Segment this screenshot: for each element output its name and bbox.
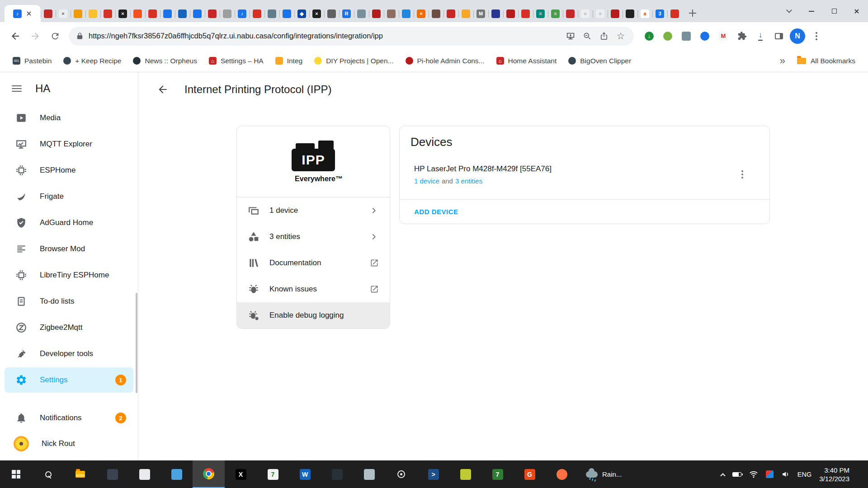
taskbar-app-grid[interactable]	[160, 460, 193, 488]
browser-tab-36[interactable]: ≡	[548, 5, 563, 22]
browser-tab-11[interactable]	[175, 5, 190, 22]
new-tab-button[interactable]	[686, 6, 699, 20]
back-button-ha[interactable]	[152, 79, 174, 100]
window-close-button[interactable]	[845, 0, 868, 22]
address-bar[interactable]: https://ngeh7fksr38567z0a6ffhjcdb5q7qlrz…	[69, 27, 634, 46]
bookmark-keep-recipe[interactable]: + Keep Recipe	[59, 54, 126, 68]
side-panel-icon[interactable]	[772, 29, 786, 43]
taskbar-weather[interactable]: Rain...	[578, 460, 630, 488]
browser-tab-39[interactable]: ○	[593, 5, 608, 22]
sidebar-item-developer-tools[interactable]: Developer tools	[5, 341, 133, 366]
browser-tab-32[interactable]	[488, 5, 503, 22]
blue-extension-icon[interactable]	[698, 29, 712, 43]
taskbar-powershell[interactable]: >	[417, 460, 449, 488]
bookmark-diy-projects[interactable]: DIY Projects | Open...	[310, 54, 398, 68]
taskbar-app-x[interactable]: X	[225, 460, 257, 488]
browser-tab-31[interactable]: M	[473, 5, 488, 22]
browser-tab-16[interactable]	[250, 5, 264, 22]
sidebar-item-libretiny[interactable]: LibreTiny ESPHome	[5, 263, 133, 288]
browser-tab-6[interactable]	[100, 5, 115, 22]
bookmark-pihole[interactable]: Pi-hole Admin Cons...	[401, 54, 489, 68]
integration-debug-logging-row[interactable]: Enable debug logging	[237, 302, 390, 328]
sidebar-item-adguard[interactable]: AdGuard Home	[5, 210, 133, 235]
browser-tab-38[interactable]: ○	[578, 5, 593, 22]
green-extension-icon[interactable]	[660, 29, 675, 43]
browser-tab-34[interactable]	[518, 5, 533, 22]
all-bookmarks-button[interactable]: All Bookmarks	[793, 54, 860, 68]
browser-menu-button[interactable]	[809, 28, 824, 44]
browser-tab-7[interactable]: ×	[115, 5, 130, 22]
menu-icon[interactable]	[12, 85, 22, 92]
sidebar-item-media[interactable]: Media	[5, 105, 133, 131]
browser-tab-25[interactable]	[384, 5, 399, 22]
device-row[interactable]: HP LaserJet Pro M428f-M429f [55EA76] 1 d…	[400, 150, 769, 199]
language-indicator[interactable]: ENG	[797, 471, 811, 478]
browser-tab-12[interactable]	[190, 5, 205, 22]
sidebar-item-user[interactable]: Nick Rout	[5, 431, 133, 456]
window-minimize-button[interactable]	[800, 0, 823, 22]
taskbar-start-button[interactable]	[0, 460, 32, 488]
taskbar-browser-orange[interactable]	[546, 460, 578, 488]
taskbar-app-editor[interactable]	[96, 460, 128, 488]
battery-icon[interactable]	[732, 472, 741, 477]
browser-tab-28[interactable]	[429, 5, 443, 22]
hidden-icons-chevron[interactable]	[720, 473, 725, 478]
taskbar-app-dark[interactable]	[321, 460, 353, 488]
active-tab[interactable]: ♪	[5, 5, 41, 22]
browser-tab-26[interactable]	[399, 5, 414, 22]
bookmark-home-assistant[interactable]: ⌂Home Assistant	[492, 54, 561, 68]
bookmark-settings-ha[interactable]: ⌂Settings – HA	[204, 54, 268, 68]
sidebar-item-mqtt-explorer[interactable]: MQTT Explorer	[5, 131, 133, 157]
browser-tab-9[interactable]	[145, 5, 160, 22]
browser-tab-23[interactable]	[354, 5, 369, 22]
browser-tab-42[interactable]: a	[637, 5, 652, 22]
taskbar-keepass[interactable]	[353, 460, 385, 488]
browser-tab-35[interactable]: ≡	[533, 5, 548, 22]
integration-documentation-row[interactable]: Documentation	[237, 250, 390, 276]
browser-tab-30[interactable]	[458, 5, 473, 22]
device-menu-button[interactable]	[733, 165, 751, 183]
back-button[interactable]	[5, 26, 25, 46]
browser-tab-10[interactable]	[160, 5, 175, 22]
device-count-link[interactable]: 1 device	[414, 177, 439, 185]
sidebar-item-esphome[interactable]: ESPHome	[5, 158, 133, 183]
volume-icon[interactable]	[781, 470, 790, 479]
taskbar-app-seven[interactable]: 7	[481, 460, 514, 488]
window-maximize-button[interactable]	[823, 0, 845, 22]
taskbar-app-notes[interactable]	[449, 460, 481, 488]
browser-tab-8[interactable]	[130, 5, 145, 22]
browser-tab-14[interactable]	[220, 5, 235, 22]
browser-tab-19[interactable]: ◆	[294, 5, 309, 22]
downloader-extension-icon[interactable]: ↓	[642, 29, 656, 43]
integration-entities-row[interactable]: 3 entities	[237, 224, 390, 250]
taskbar-app-g[interactable]: G	[514, 460, 546, 488]
sidebar-item-browser-mod[interactable]: Browser Mod	[5, 236, 133, 262]
profile-avatar[interactable]: N	[790, 28, 805, 44]
browser-tab-13[interactable]	[205, 5, 220, 22]
bookmark-star-icon[interactable]: ☆	[615, 30, 627, 42]
integration-devices-row[interactable]: 1 device	[237, 197, 390, 224]
forward-button[interactable]	[25, 26, 45, 46]
bookmark-pastebin[interactable]: 001Pastebin	[8, 54, 56, 68]
bookmark-news-orpheus[interactable]: News :: Orpheus	[128, 54, 201, 68]
browser-tab-37[interactable]	[563, 5, 578, 22]
bookmark-integ[interactable]: Integ	[271, 54, 307, 68]
mail-extension-icon[interactable]: M	[716, 29, 731, 43]
browser-tab-29[interactable]	[443, 5, 458, 22]
sidebar-scrollbar[interactable]	[136, 293, 137, 393]
sidebar-item-frigate[interactable]: Frigate	[5, 184, 133, 209]
browser-tab-40[interactable]	[608, 5, 623, 22]
taskbar-file-explorer[interactable]	[64, 460, 96, 488]
browser-tab-4[interactable]	[71, 5, 85, 22]
taskbar-clock[interactable]: 3:40 PM 3/12/2023	[819, 466, 849, 483]
browser-tab-5[interactable]	[85, 5, 100, 22]
share-icon[interactable]	[598, 30, 610, 42]
integration-known-issues-row[interactable]: Known issues	[237, 276, 390, 302]
browser-tab-21[interactable]	[324, 5, 339, 22]
taskbar-settings-gear[interactable]	[385, 460, 417, 488]
tab-close-icon[interactable]	[26, 10, 32, 17]
install-icon[interactable]	[565, 30, 576, 42]
browser-tab-27[interactable]: ×	[414, 5, 429, 22]
browser-tab-41[interactable]	[623, 5, 637, 22]
tab-search-button[interactable]	[778, 0, 800, 22]
